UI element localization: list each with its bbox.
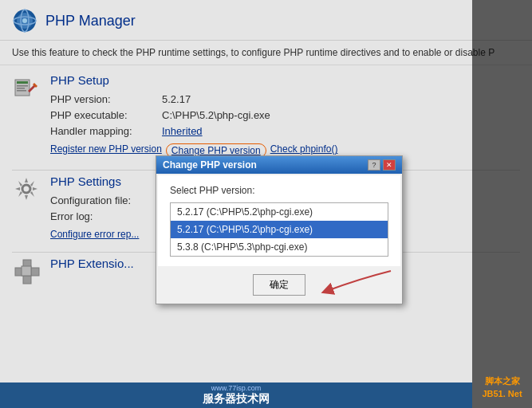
- modal-titlebar: Change PHP version ? ✕: [156, 156, 402, 174]
- watermark-site-name: 脚本之家: [485, 375, 520, 387]
- watermark-bottom: www.77isp.com 服务器技术网: [0, 382, 472, 408]
- php-version-listbox[interactable]: 5.2.17 (C:\PHP\5.2\php-cgi.exe) 5.2.17 (…: [170, 202, 388, 257]
- list-item-1[interactable]: 5.2.17 (C:\PHP\5.2\php-cgi.exe): [171, 221, 388, 238]
- modal-help-button[interactable]: ?: [368, 159, 380, 171]
- modal-close-button[interactable]: ✕: [383, 159, 396, 171]
- watermark-jb51: JB51. Net: [482, 388, 522, 400]
- list-item-2[interactable]: 5.3.8 (C:\PHP\5.3\php-cgi.exe): [171, 238, 388, 256]
- modal-footer: 确定: [156, 268, 402, 304]
- modal-select-label: Select PHP version:: [170, 185, 388, 196]
- watermark-url: www.77isp.com: [211, 384, 262, 392]
- watermark-right: 脚本之家 JB51. Net: [472, 0, 532, 408]
- list-item-0[interactable]: 5.2.17 (C:\PHP\5.2\php-cgi.exe): [171, 203, 388, 221]
- change-php-dialog: Change PHP version ? ✕ Select PHP versio…: [156, 155, 403, 304]
- modal-body: Select PHP version: 5.2.17 (C:\PHP\5.2\p…: [158, 175, 400, 266]
- modal-title: Change PHP version: [163, 159, 257, 171]
- watermark-bottom-text: 服务器技术网: [203, 392, 270, 406]
- modal-ok-button[interactable]: 确定: [253, 274, 305, 296]
- modal-controls: ? ✕: [368, 159, 396, 171]
